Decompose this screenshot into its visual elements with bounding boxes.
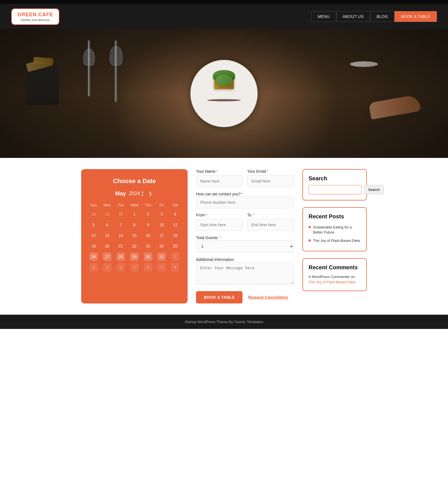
header: GREEN CAFE healthy and delicious MENU AB… [0,4,448,29]
calendar-day[interactable]: 2 [141,209,155,219]
bullet-icon [309,239,311,242]
calendar-day[interactable]: 24 [155,241,168,251]
main-nav: MENU ABOUT US BLOG BOOK A TABLE [311,11,437,22]
calendar-day[interactable]: 6 [100,219,114,230]
calendar-day[interactable]: 2 [87,262,100,273]
search-input[interactable] [309,185,362,194]
recent-post-item[interactable]: The Joy of Plant-Based Diets [309,237,361,245]
calendar-day[interactable]: 19 [87,241,100,251]
calendar-day[interactable]: 13 [100,230,114,241]
from-group: From* [196,213,243,231]
search-section: Search Search [302,169,367,200]
cal-weekday: Fri [155,201,168,209]
calendar-day[interactable]: 14 [114,230,127,241]
calendar-year-value: 2024 [129,191,140,197]
calendar-day[interactable]: 18 [169,230,182,241]
book-table-button[interactable]: BOOK A TABLE [196,291,242,303]
to-label: To * [247,213,294,217]
calendar-day[interactable]: 1 [127,209,141,219]
calendar-day[interactable]: 30 [141,251,155,262]
email-group: Your Email* [247,169,294,187]
calendar-day[interactable]: 5 [87,219,100,230]
calendar-day[interactable]: 29 [100,209,114,219]
calendar-day[interactable]: 3 [100,262,114,273]
logo[interactable]: GREEN CAFE healthy and delicious [11,8,59,25]
form-actions: BOOK A TABLE Request Cancellation [196,291,294,303]
calendar-next-arrow[interactable]: ❯ [147,190,154,197]
calendar-day[interactable]: 28 [114,251,127,262]
calendar-year-box: 2024 ▲ ▼ [129,190,144,197]
nav-menu[interactable]: MENU [311,11,336,22]
cal-weekday: Mon [100,201,114,209]
cal-weekday: Tue [114,201,127,209]
cal-weekday: Sun [87,201,100,209]
hero-section [0,29,448,158]
calendar-day[interactable]: 3 [155,209,168,219]
search-title: Search [309,175,361,182]
calendar-day[interactable]: 12 [87,230,100,241]
name-input[interactable] [196,175,243,187]
calendar-day[interactable]: 7 [155,262,168,273]
email-label: Your Email* [247,169,294,174]
calendar-year-spinner[interactable]: ▲ ▼ [141,190,144,197]
start-time-input[interactable] [196,219,243,231]
calendar-day[interactable]: 31 [155,251,168,262]
contact-label: How can we contact you?* [196,192,243,196]
calendar-day[interactable]: 1 [169,251,182,262]
message-textarea[interactable] [196,262,294,284]
recent-posts-title: Recent Posts [309,213,361,220]
calendar-day[interactable]: 17 [155,230,168,241]
nav-book[interactable]: BOOK A TABLE [395,11,437,22]
calendar-day[interactable]: 10 [155,219,168,230]
calendar-day[interactable]: 11 [169,219,182,230]
calendar-day[interactable]: 4 [169,209,182,219]
calendar-day[interactable]: 26 [87,251,100,262]
calendar-grid: SunMonTueWedThuFriSat 282930123456789101… [87,201,182,273]
calendar-day[interactable]: 7 [114,219,127,230]
logo-tagline: healthy and delicious [21,18,50,22]
calendar-day[interactable]: 28 [87,209,100,219]
calendar-card: Choose a Date May 2024 ▲ ▼ ❯ SunMonTueWe… [81,169,188,303]
logo-name: GREEN CAFE [17,12,53,18]
recent-post-link[interactable]: Sustainable Eating for a Better Future [313,225,361,235]
calendar-day[interactable]: 25 [169,241,182,251]
nav-blog[interactable]: BLOG [370,11,395,22]
recent-post-link[interactable]: The Joy of Plant-Based Diets [313,238,360,243]
cancel-button[interactable]: Request Cancellation [248,295,288,300]
info-group: Additional Information [196,257,294,286]
calendar-nav: May 2024 ▲ ▼ ❯ [87,190,182,197]
to-group: To * [247,213,294,231]
end-time-input[interactable] [247,219,294,231]
cal-weekday: Thu [141,201,155,209]
guests-label: Total Guests * [196,235,221,240]
nav-about[interactable]: ABOUT US [336,11,370,22]
calendar-day[interactable]: 4 [114,262,127,273]
name-email-row: Your Name* Your Email* [196,169,294,187]
recent-comments-section: Recent Comments A WordPress Commenter on… [302,258,367,291]
calendar-day[interactable]: 5 [127,262,141,273]
calendar-day[interactable]: 27 [100,251,114,262]
calendar-day[interactable]: 16 [141,230,155,241]
phone-input[interactable] [196,197,294,208]
calendar-day[interactable]: 9 [141,219,155,230]
guests-select[interactable]: 12345678 [196,240,294,253]
calendar-title: Choose a Date [87,177,182,185]
calendar-day[interactable]: 30 [114,209,127,219]
calendar-day[interactable]: 21 [114,241,127,251]
calendar-day[interactable]: 23 [141,241,155,251]
name-label: Your Name* [196,169,243,174]
calendar-day[interactable]: 22 [127,241,141,251]
calendar-day[interactable]: 8 [169,262,182,273]
calendar-day[interactable]: 20 [100,241,114,251]
bullet-icon [309,226,311,228]
calendar-month: May [115,190,126,197]
recent-post-item[interactable]: Sustainable Eating for a Better Future [309,223,361,237]
calendar-day[interactable]: 29 [127,251,141,262]
search-button[interactable]: Search [364,185,384,194]
calendar-day[interactable]: 8 [127,219,141,230]
email-input[interactable] [247,175,294,187]
calendar-day[interactable]: 15 [127,230,141,241]
comment-post-link[interactable]: The Joy of Plant-Based Diets [309,280,356,284]
calendar-day[interactable]: 6 [141,262,155,273]
main-content: Choose a Date May 2024 ▲ ▼ ❯ SunMonTueWe… [76,169,372,303]
